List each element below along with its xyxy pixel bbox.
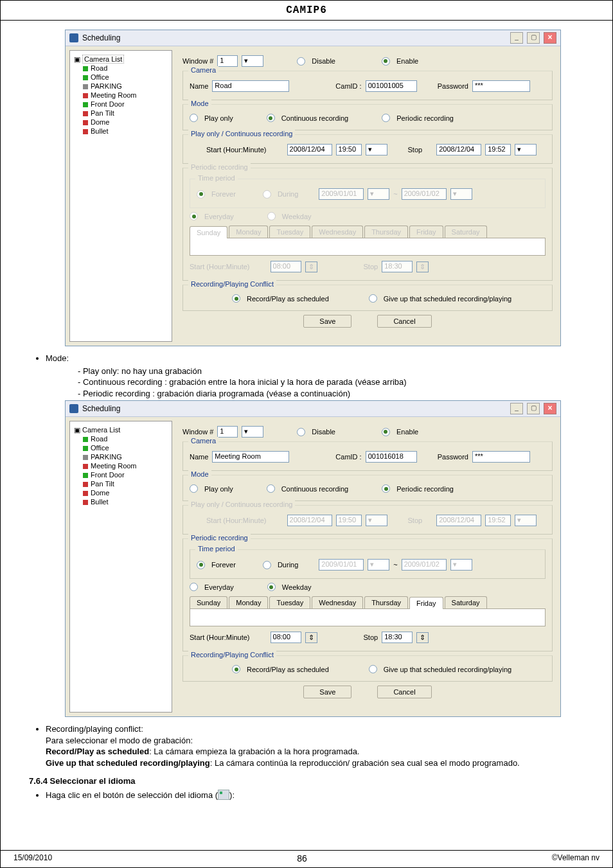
- tree-item[interactable]: Dome: [83, 488, 169, 497]
- tab-wednesday[interactable]: Wednesday: [312, 596, 363, 608]
- continuous-label: Continuous recording: [281, 114, 349, 122]
- during-radio[interactable]: [263, 561, 271, 569]
- password-input[interactable]: ***: [472, 80, 530, 92]
- camera-tree[interactable]: ▣ Camera List Road Office PARKING Meetin…: [69, 50, 172, 342]
- tab-tuesday[interactable]: Tuesday: [269, 596, 310, 608]
- hm-stop-spin[interactable]: ⇕: [416, 632, 429, 643]
- tree-item[interactable]: PARKING: [83, 82, 169, 91]
- stop-label-2: Stop: [364, 263, 378, 270]
- tab-wednesday: Wednesday: [312, 226, 363, 238]
- window-num-input[interactable]: 1: [217, 55, 238, 67]
- tree-item[interactable]: Pan Tilt: [83, 479, 169, 488]
- during-from: 2009/01/01: [319, 188, 364, 200]
- disable-radio[interactable]: [297, 57, 305, 66]
- tab-thursday[interactable]: Thursday: [364, 596, 408, 608]
- stop-time-input[interactable]: 19:52: [485, 144, 511, 155]
- close-button[interactable]: ×: [544, 403, 556, 414]
- giveup-radio[interactable]: [369, 294, 377, 303]
- day-tabs: Sunday Monday Tuesday Wednesday Thursday…: [190, 226, 546, 238]
- hm-stop-input[interactable]: 18:30: [382, 632, 413, 643]
- name-input[interactable]: Road: [212, 80, 289, 92]
- tree-item[interactable]: Dome: [83, 118, 169, 127]
- enable-label: Enable: [396, 57, 418, 65]
- tree-item[interactable]: Office: [83, 73, 169, 82]
- minimize-button[interactable]: _: [510, 32, 523, 44]
- weekday-radio[interactable]: [267, 583, 276, 591]
- tree-item[interactable]: Meeting Room: [83, 461, 169, 470]
- enable-radio[interactable]: [382, 428, 390, 436]
- day-tabs[interactable]: Sunday Monday Tuesday Wednesday Thursday…: [190, 596, 546, 608]
- start-time-input[interactable]: 19:50: [336, 144, 362, 155]
- close-button[interactable]: ×: [544, 32, 556, 44]
- tree-item[interactable]: Bullet: [83, 127, 169, 136]
- continuous-radio[interactable]: [267, 484, 275, 493]
- window-num-label: Window #: [182, 57, 213, 65]
- periodic-group-label: Periodic recording: [188, 163, 251, 171]
- stop-date-input[interactable]: 2008/12/04: [436, 144, 481, 155]
- record-as-sched-label: Record/Play as scheduled: [247, 295, 329, 303]
- record-as-sched-radio[interactable]: [232, 665, 240, 673]
- password-input[interactable]: ***: [472, 451, 530, 463]
- periodic-radio[interactable]: [382, 484, 390, 493]
- tab-sunday: Sunday: [190, 226, 227, 238]
- window-icon: [69, 404, 78, 413]
- tree-item[interactable]: Bullet: [83, 497, 169, 506]
- window-num-input[interactable]: 1: [217, 426, 238, 438]
- playonly-label: Play only: [204, 114, 233, 122]
- rec-conflict-line1: Para seleccionar el modo de grabación:: [46, 736, 193, 745]
- rec-conflict-rp-bold: Record/Play as scheduled: [46, 747, 149, 756]
- tree-item[interactable]: Front Door: [83, 470, 169, 479]
- hm-start-input: 08:00: [271, 261, 301, 272]
- password-label: Password: [438, 453, 468, 461]
- maximize-button[interactable]: ▢: [527, 403, 540, 414]
- save-button[interactable]: Save: [303, 686, 351, 698]
- tab-saturday[interactable]: Saturday: [445, 596, 487, 608]
- save-button[interactable]: Save: [303, 315, 351, 328]
- stop-date-input: 2008/12/04: [436, 515, 481, 526]
- page-footer: 15/09/2010 86 ©Velleman nv: [1, 850, 612, 864]
- name-input[interactable]: Meeting Room: [212, 451, 289, 463]
- continuous-label: Continuous recording: [281, 485, 349, 493]
- tree-item[interactable]: Pan Tilt: [83, 109, 169, 118]
- window-num-select[interactable]: ▾: [242, 55, 263, 67]
- tab-monday[interactable]: Monday: [229, 596, 268, 608]
- start-date-input[interactable]: 2008/12/04: [287, 144, 332, 155]
- tree-root[interactable]: Camera List: [82, 55, 124, 64]
- camid-input[interactable]: 001001005: [366, 80, 417, 92]
- minimize-button[interactable]: _: [510, 403, 523, 414]
- tree-item[interactable]: PARKING: [83, 452, 169, 461]
- tab-sunday[interactable]: Sunday: [190, 596, 227, 608]
- camera-group-label: Camera: [188, 66, 218, 74]
- start-select[interactable]: ▾: [366, 144, 387, 155]
- hm-start-spin[interactable]: ⇕: [305, 632, 317, 643]
- forever-radio[interactable]: [197, 561, 205, 569]
- everyday-radio[interactable]: [190, 583, 198, 591]
- tree-root[interactable]: Camera List: [82, 426, 120, 434]
- tree-item[interactable]: Meeting Room: [83, 91, 169, 100]
- enable-radio[interactable]: [382, 57, 390, 66]
- start-hm-label-2: Start (Hour:Minute): [190, 263, 250, 270]
- tree-item[interactable]: Road: [83, 434, 169, 443]
- tree-item[interactable]: Front Door: [83, 100, 169, 109]
- camera-tree[interactable]: ▣ Camera List Road Office PARKING Meetin…: [69, 421, 172, 713]
- scheduling-window-1: Scheduling _ ▢ × ▣ Camera List Road Offi…: [65, 30, 561, 346]
- periodic-radio[interactable]: [382, 114, 390, 122]
- tree-item[interactable]: Road: [83, 64, 169, 73]
- giveup-radio[interactable]: [369, 665, 377, 673]
- stop-select[interactable]: ▾: [515, 144, 537, 155]
- time-period-label: Time period: [195, 174, 238, 182]
- continuous-radio[interactable]: [267, 114, 275, 122]
- maximize-button[interactable]: ▢: [527, 32, 540, 44]
- tab-friday[interactable]: Friday: [409, 597, 443, 609]
- tree-item[interactable]: Office: [83, 443, 169, 452]
- camid-input[interactable]: 001016018: [366, 451, 417, 463]
- disable-radio[interactable]: [297, 428, 305, 436]
- record-as-sched-radio[interactable]: [232, 294, 240, 303]
- cancel-button[interactable]: Cancel: [377, 686, 431, 698]
- cancel-button[interactable]: Cancel: [377, 315, 431, 328]
- hm-start-input[interactable]: 08:00: [271, 632, 301, 643]
- window-num-select[interactable]: ▾: [242, 426, 263, 438]
- mode-group-label: Mode: [188, 100, 211, 107]
- playonly-radio[interactable]: [190, 484, 198, 493]
- playonly-radio[interactable]: [190, 114, 198, 122]
